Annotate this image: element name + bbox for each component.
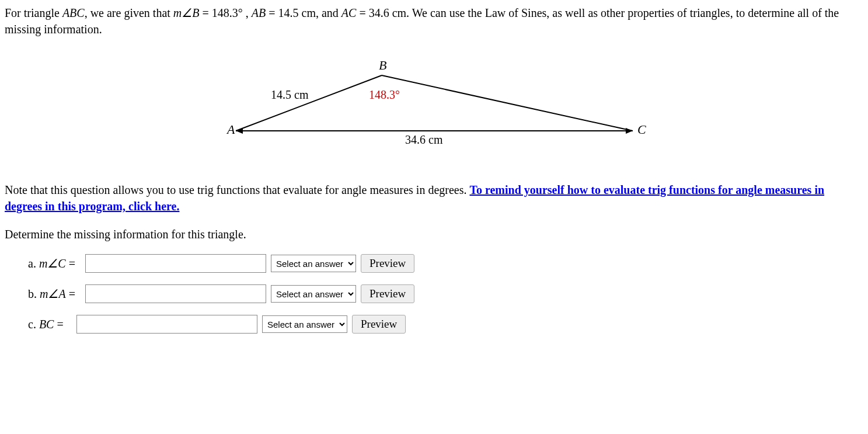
side-ac-label: 34.6 cm (405, 133, 443, 146)
triangle-diagram: A B C 14.5 cm 34.6 cm 148.3° (5, 55, 863, 158)
answer-a-input[interactable] (85, 254, 266, 273)
triangle-svg: A B C 14.5 cm 34.6 cm 148.3° (212, 55, 656, 154)
equals: = (66, 287, 75, 300)
answer-a-select[interactable]: Select an answer (271, 255, 356, 272)
answer-c-select[interactable]: Select an answer (262, 315, 347, 333)
side-ab-label: 14.5 cm (271, 88, 309, 101)
ac-value: 34.6 cm (369, 6, 406, 19)
angle-b-label-diagram: 148.3° (369, 88, 400, 101)
side-ab (236, 75, 382, 131)
ac-label: AC (341, 6, 357, 19)
answer-a-label: a. m∠C = (28, 255, 81, 272)
preview-button-a[interactable]: Preview (361, 254, 414, 273)
note-plain-text: Note that this question allows you to us… (5, 183, 469, 196)
answer-b-label: b. m∠A = (28, 286, 81, 302)
answer-b-select[interactable]: Select an answer (271, 285, 356, 303)
arrow-c (626, 128, 633, 134)
vertex-b-label: B (379, 58, 386, 72)
equals: = (54, 318, 63, 331)
angle-b-label: m∠B (173, 6, 200, 19)
text: , (243, 6, 252, 19)
vertex-a-label: A (226, 122, 235, 137)
prefix: c. (28, 318, 39, 331)
ab-label: AB (252, 6, 266, 19)
angle-b-value: 148.3° (212, 6, 243, 19)
text: , and (316, 6, 341, 19)
triangle-name: ABC (62, 6, 85, 19)
label: m∠A (40, 287, 66, 300)
arrow-a (236, 128, 243, 134)
instruction-text: Determine the missing information for th… (5, 226, 863, 242)
answer-b-input[interactable] (85, 284, 266, 303)
label: BC (39, 318, 54, 331)
equals: = (66, 257, 75, 270)
vertex-c-label: C (637, 122, 646, 137)
text: = (200, 6, 212, 19)
preview-button-c[interactable]: Preview (352, 315, 406, 334)
prefix: b. (28, 287, 40, 300)
problem-statement: For triangle ABC, we are given that m∠B … (5, 5, 863, 37)
text: = (356, 6, 368, 19)
text: For triangle (5, 6, 62, 19)
note: Note that this question allows you to us… (5, 182, 863, 214)
side-bc (382, 75, 633, 131)
answer-row-a: a. m∠C = Select an answer Preview (28, 254, 863, 273)
answer-row-b: b. m∠A = Select an answer Preview (28, 284, 863, 303)
prefix: a. (28, 257, 39, 270)
answer-row-c: c. BC = Select an answer Preview (28, 315, 863, 334)
text: , we are given that (85, 6, 173, 19)
preview-button-b[interactable]: Preview (361, 284, 414, 303)
label: m∠C (39, 257, 66, 270)
answer-c-label: c. BC = (28, 316, 72, 332)
answer-c-input[interactable] (76, 315, 257, 334)
ab-value: 14.5 cm (278, 6, 316, 19)
text: = (266, 6, 278, 19)
